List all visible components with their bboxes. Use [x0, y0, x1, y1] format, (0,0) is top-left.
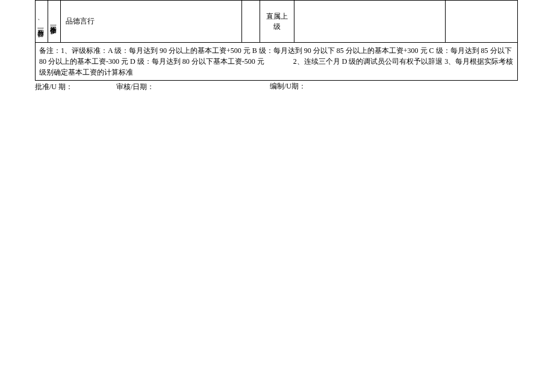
remarks-cell: 备注：1、评级标准：A 级：每月达到 90 分以上的基本工资+500 元 B 级…	[36, 43, 518, 81]
compile-label: 编制/U期：	[270, 82, 306, 92]
cell-blank-2	[294, 1, 445, 43]
review-label: 审核/日期：	[116, 82, 270, 92]
vertical-label-1: 、参与一分四	[38, 17, 45, 26]
approve-label: 批准/U 期：	[35, 82, 116, 92]
cell-item: 品德言行	[61, 1, 242, 43]
cell-category-2: 指标参不一评	[48, 1, 61, 43]
vertical-label-2: 指标参不一评	[51, 20, 58, 23]
evaluation-table: 、参与一分四 指标参不一评 品德言行 直属上级 备注：1、评级标准：A 级：每月…	[35, 0, 518, 81]
document-container: 、参与一分四 指标参不一评 品德言行 直属上级 备注：1、评级标准：A 级：每月…	[35, 0, 518, 92]
table-row-remarks: 备注：1、评级标准：A 级：每月达到 90 分以上的基本工资+500 元 B 级…	[36, 43, 518, 81]
cell-category-1: 、参与一分四	[36, 1, 48, 43]
cell-evaluator: 直属上级	[260, 1, 294, 43]
table-row: 、参与一分四 指标参不一评 品德言行 直属上级	[36, 1, 518, 43]
cell-blank-3	[445, 1, 517, 43]
footer-signatures: 批准/U 期： 审核/日期： 编制/U期：	[35, 82, 518, 92]
cell-blank-1	[242, 1, 260, 43]
